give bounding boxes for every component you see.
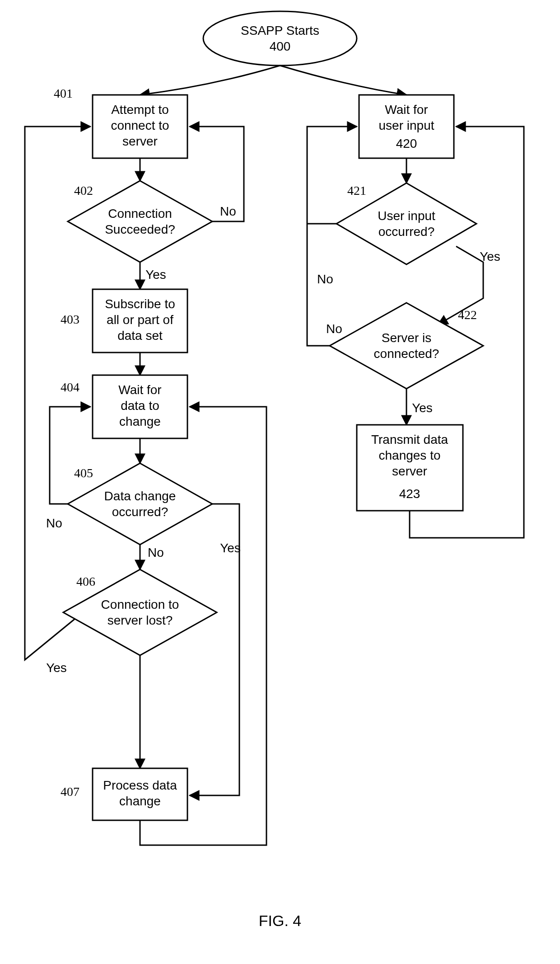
node-422-line1: Server is — [382, 331, 431, 345]
node-403-line3: data set — [117, 329, 163, 343]
node-421-line1: User input — [378, 209, 435, 223]
ref-405: 405 — [74, 466, 93, 480]
node-405-line1: Data change — [104, 489, 176, 503]
node-423-line1: Transmit data — [371, 433, 448, 447]
edge-421-no-label: No — [317, 272, 333, 286]
edge-start-to-420 — [280, 66, 406, 95]
edge-421-yes-label: Yes — [480, 249, 500, 263]
node-420-line2: user input — [379, 118, 434, 132]
node-402-line2: Succeeded? — [105, 222, 175, 236]
node-423-ref: 423 — [399, 487, 420, 501]
node-407-line2: change — [119, 794, 161, 808]
node-404: Wait for data to change — [93, 375, 187, 438]
ref-421: 421 — [347, 183, 366, 198]
node-402-line1: Connection — [108, 207, 172, 221]
edge-402-no-label: No — [220, 204, 236, 218]
node-420-line1: Wait for — [385, 103, 428, 117]
node-403-line2: all or part of — [107, 313, 173, 327]
edge-421-no-420 — [307, 127, 357, 280]
node-407: Process data change — [93, 768, 187, 820]
edge-402-yes-label: Yes — [145, 268, 166, 282]
ref-401: 401 — [54, 86, 73, 100]
node-404-line2: data to — [121, 399, 159, 413]
edge-422-no-label: No — [326, 322, 342, 336]
ref-402: 402 — [74, 183, 93, 198]
node-421-line2: occurred? — [378, 225, 435, 239]
node-423-line3: server — [392, 464, 427, 478]
node-420: Wait for user input 420 — [359, 95, 454, 158]
ref-406: 406 — [76, 574, 95, 588]
node-401: Attempt to connect to server — [93, 95, 187, 158]
node-406-line1: Connection to — [101, 597, 179, 611]
node-404-line1: Wait for — [118, 383, 161, 397]
svg-point-0 — [203, 11, 357, 66]
node-406-line2: server lost? — [107, 613, 173, 627]
figure-label: FIG. 4 — [259, 912, 301, 929]
node-423: Transmit data changes to server 423 — [357, 425, 463, 511]
edge-405-down-no-label: No — [148, 545, 164, 560]
node-401-line3: server — [122, 134, 158, 148]
node-404-line3: change — [119, 414, 161, 428]
ref-422: 422 — [458, 308, 477, 322]
node-403-line1: Subscribe to — [105, 297, 175, 311]
node-401-line2: connect to — [111, 118, 169, 132]
node-407-line1: Process data — [103, 778, 177, 792]
node-401-line1: Attempt to — [111, 103, 169, 117]
edge-405-yes-label: Yes — [220, 541, 241, 555]
node-405-line2: occurred? — [112, 505, 168, 519]
edge-405-no-404 — [50, 407, 90, 504]
node-422-line2: connected? — [374, 347, 439, 361]
edge-start-to-401 — [140, 66, 280, 95]
start-node: SSAPP Starts 400 — [203, 11, 357, 66]
ref-407: 407 — [61, 785, 79, 799]
start-ref: 400 — [270, 39, 291, 53]
start-label: SSAPP Starts — [241, 24, 319, 38]
ref-403: 403 — [61, 312, 79, 326]
edge-405-no-label: No — [46, 516, 62, 530]
edge-406-yes-label: Yes — [46, 661, 67, 675]
node-403: Subscribe to all or part of data set — [93, 289, 187, 353]
node-420-ref: 420 — [396, 136, 417, 150]
edge-422-yes-label: Yes — [412, 401, 433, 415]
node-423-line2: changes to — [379, 448, 441, 462]
ref-404: 404 — [61, 380, 79, 394]
